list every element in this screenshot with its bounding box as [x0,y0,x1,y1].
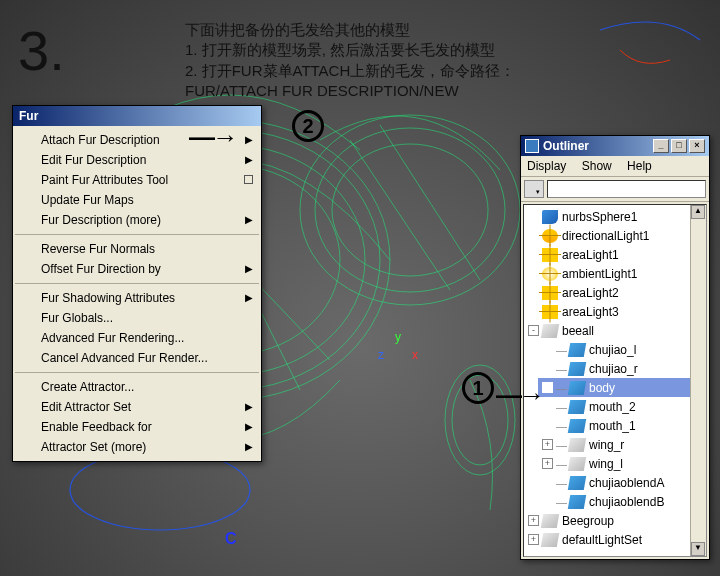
menu-show[interactable]: Show [582,159,612,173]
menu-help[interactable]: Help [627,159,652,173]
fur-menu-item[interactable]: Reverse Fur Normals [13,239,261,259]
expander-icon [542,363,553,374]
outliner-title: Outliner [543,139,589,153]
outliner-node[interactable]: —mouth_1 [538,416,706,435]
outliner-node[interactable]: —mouth_2 [538,397,706,416]
expander-icon [542,382,553,393]
minimize-button[interactable]: _ [653,139,669,153]
expander-icon [528,211,539,222]
grp-icon [541,514,559,528]
instruction-line: 2. 打开FUR菜单ATTACH上新的毛发，命令路径： [185,61,665,81]
expander-icon [542,420,553,431]
node-label: defaultLightSet [562,533,642,547]
mesh-icon [568,343,586,357]
outliner-node[interactable]: —chujiaoblendA [538,473,706,492]
fur-menu-item[interactable]: Edit Attractor Set▶ [13,397,261,417]
outliner-node[interactable]: —chujiao_l [538,340,706,359]
node-label: Beegroup [562,514,614,528]
step-number: 3. [18,18,65,83]
fur-menu-item[interactable]: Fur Globals... [13,308,261,328]
node-label: chujiaoblendA [589,476,664,490]
expander-icon[interactable]: - [528,325,539,336]
fur-menu-item[interactable]: Advanced Fur Rendering... [13,328,261,348]
amb-icon [542,267,558,281]
expander-icon [528,230,539,241]
node-label: directionalLight1 [562,229,649,243]
fur-menu-item[interactable]: Create Attractor... [13,377,261,397]
outliner-node[interactable]: areaLight2 [524,283,706,302]
grp-icon [541,533,559,547]
expander-icon [542,496,553,507]
alight-icon [542,305,558,319]
fur-menu: Fur Attach Fur Description▶Edit Fur Desc… [12,105,262,462]
expander-icon [528,249,539,260]
poly-icon [568,438,586,452]
outliner-scrollbar[interactable]: ▲ ▼ [690,205,706,556]
fur-menu-title: Fur [13,106,261,126]
poly-icon [541,324,559,338]
outliner-menubar: Display Show Help [521,156,709,177]
fur-menu-item[interactable]: Attach Fur Description▶ [13,130,261,150]
fur-menu-item[interactable]: Fur Shadowing Attributes▶ [13,288,261,308]
mesh-icon [568,476,586,490]
outliner-node[interactable]: +—wing_r [538,435,706,454]
fur-menu-item[interactable]: Update Fur Maps [13,190,261,210]
outliner-toolbar: ▾ [521,177,709,202]
outliner-node[interactable]: +defaultLightSet [524,530,706,549]
fur-menu-item[interactable]: Edit Fur Description▶ [13,150,261,170]
mesh-icon [568,381,586,395]
outliner-titlebar[interactable]: Outliner _ □ × [521,136,709,156]
fur-menu-item[interactable]: Paint Fur Attributes Tool [13,170,261,190]
node-label: areaLight2 [562,286,619,300]
outliner-node[interactable]: directionalLight1 [524,226,706,245]
menu-display[interactable]: Display [527,159,566,173]
expander-icon[interactable]: + [528,534,539,545]
node-label: wing_r [589,438,624,452]
mesh-icon [568,400,586,414]
expander-icon[interactable]: + [528,515,539,526]
scroll-up-button[interactable]: ▲ [691,205,705,219]
outliner-node[interactable]: areaLight3 [524,302,706,321]
outliner-filter-input[interactable] [547,180,706,198]
close-button[interactable]: × [689,139,705,153]
dlight-icon [542,229,558,243]
fur-menu-item[interactable]: Fur Description (more)▶ [13,210,261,230]
outliner-node[interactable]: —chujiaoblendB [538,492,706,511]
camera-label: C [225,530,237,548]
axis-y-label: y [395,330,401,344]
axis-x-label: x [412,348,418,362]
outliner-node[interactable]: -beeall [524,321,706,340]
expander-icon[interactable]: + [542,439,553,450]
outliner-node[interactable]: +—wing_l [538,454,706,473]
fur-menu-item[interactable]: Enable Feedback for▶ [13,417,261,437]
nurbs-icon [542,210,558,224]
outliner-node[interactable]: —chujiao_r [538,359,706,378]
outliner-node[interactable]: +Beegroup [524,511,706,530]
fur-menu-item[interactable]: Attractor Set (more)▶ [13,437,261,457]
alight-icon [542,248,558,262]
node-label: ambientLight1 [562,267,637,281]
node-label: mouth_1 [589,419,636,433]
outliner-tree[interactable]: nurbsSphere1directionalLight1areaLight1a… [523,204,707,557]
outliner-mode-button[interactable]: ▾ [524,180,544,198]
instruction-line: 下面讲把备份的毛发给其他的模型 [185,20,665,40]
outliner-window: Outliner _ □ × Display Show Help ▾ nurbs… [520,135,710,560]
scroll-down-button[interactable]: ▼ [691,542,705,556]
node-label: body [589,381,615,395]
node-label: beeall [562,324,594,338]
maximize-button[interactable]: □ [671,139,687,153]
fur-menu-item[interactable]: Cancel Advanced Fur Render... [13,348,261,368]
node-label: chujiaoblendB [589,495,664,509]
outliner-node[interactable]: nurbsSphere1 [524,207,706,226]
expander-icon [528,306,539,317]
fur-menu-item[interactable]: Offset Fur Direction by▶ [13,259,261,279]
outliner-node[interactable]: areaLight1 [524,245,706,264]
node-label: mouth_2 [589,400,636,414]
instruction-text: 下面讲把备份的毛发给其他的模型 1. 打开新的模型场景, 然后激活要长毛发的模型… [185,20,665,101]
expander-icon [528,287,539,298]
instruction-line: 1. 打开新的模型场景, 然后激活要长毛发的模型 [185,40,665,60]
mesh-icon [568,362,586,376]
expander-icon[interactable]: + [542,458,553,469]
outliner-node[interactable]: —body [538,378,706,397]
outliner-node[interactable]: ambientLight1 [524,264,706,283]
